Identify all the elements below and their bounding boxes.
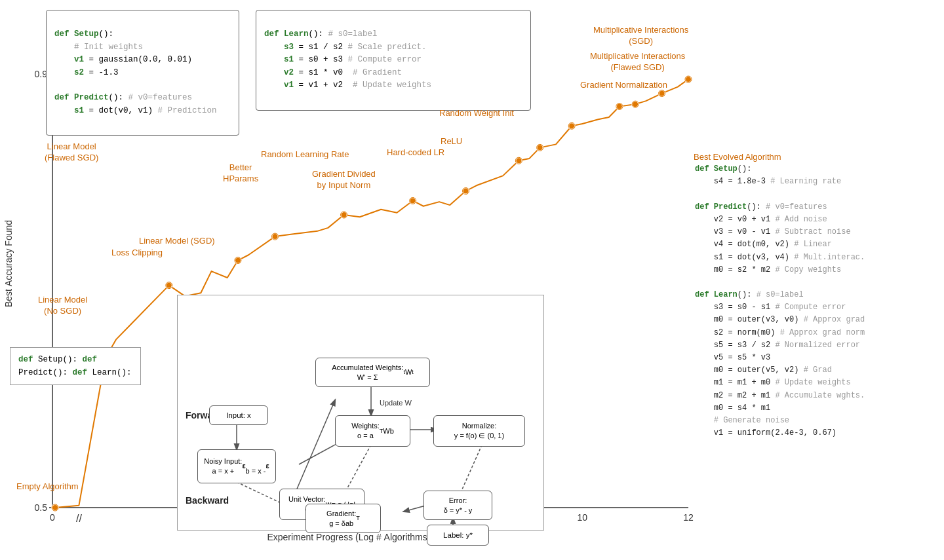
- diagram-update-w-label: Update W: [380, 399, 412, 407]
- label-random-lr: Random Learning Rate: [261, 149, 349, 160]
- code-box-top-left: def Setup(): # Init weights v1 = gaussia…: [46, 10, 239, 136]
- svg-line-9: [296, 400, 335, 492]
- label-grad-divided: Gradient Dividedby Input Norm: [312, 169, 376, 191]
- diagram-node-error: Error:δ = y* - y: [423, 491, 492, 520]
- main-container: def Setup(): # Init weights v1 = gaussia…: [0, 0, 944, 560]
- label-best-evolved: Best Evolved Algorithm: [694, 152, 781, 163]
- label-mult-flawed: Multiplicative Interactions(Flawed SGD): [590, 51, 685, 73]
- diagram-node-normalize: Normalize:y = f(o) ∈ (0, 1): [433, 415, 525, 447]
- diagram-node-label: Label: y*: [427, 525, 489, 546]
- label-mult-sgd: Multiplicative Interactions(SGD): [593, 25, 688, 47]
- label-better-hparams: BetterHParams: [223, 162, 258, 185]
- code-box-top-mid: def Learn(): # s0=label s3 = s1 / s2 # S…: [256, 10, 531, 111]
- svg-line-5: [344, 445, 371, 495]
- diagram-node-weights: Weights:o = aTWb: [335, 415, 410, 447]
- code-box-right: def Setup(): s4 = 1.8e-3 # Learning rate…: [695, 151, 934, 453]
- label-linear-no-sgd: Linear Model(No SGD): [38, 295, 87, 317]
- diagram-backward-label: Backward: [186, 495, 229, 506]
- label-grad-norm: Gradient Normalization: [580, 80, 667, 91]
- label-linear-flawed-sgd: Linear Model(Flawed SGD): [45, 141, 98, 164]
- label-hard-coded-lr: Hard-coded LR: [387, 147, 444, 159]
- empty-algo-box: def Setup(): def Predict(): def Learn():: [10, 347, 141, 385]
- diagram-inner: Forward Backward Input: x Noisy Input:a …: [178, 295, 543, 530]
- label-relu: ReLU: [441, 136, 462, 147]
- label-loss-clipping: Loss Clipping: [111, 248, 163, 259]
- label-empty-algo: Empty Algorithm: [16, 481, 79, 493]
- diagram-node-noisy-input: Noisy Input:a = x + εb = x - ε: [197, 449, 276, 483]
- diagram-node-accum: Accumulated Weights:W' = Σt Wt: [315, 358, 430, 387]
- label-random-weight: Random Weight Init: [439, 108, 514, 119]
- diagram-node-input: Input: x: [209, 405, 268, 425]
- diagram-node-gradient: Gradient:g = δabT: [305, 504, 381, 533]
- diagram-box: Forward Backward Input: x Noisy Input:a …: [177, 295, 544, 531]
- label-linear-sgd: Linear Model (SGD): [139, 236, 215, 247]
